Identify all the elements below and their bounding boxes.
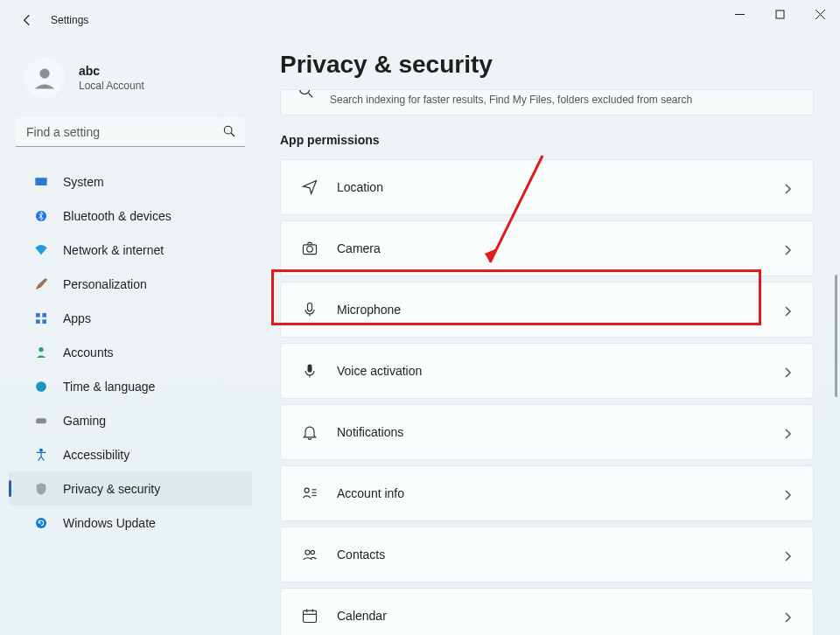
card-voice-activation[interactable]: Voice activation — [280, 343, 814, 399]
card-location[interactable]: Location — [280, 159, 814, 215]
svg-line-6 — [231, 133, 234, 136]
chevron-right-icon — [783, 549, 794, 560]
page-title: Privacy & security — [280, 51, 814, 79]
nav-list: System Bluetooth & devices Network & int… — [0, 164, 261, 540]
svg-point-31 — [311, 550, 314, 554]
card-label: Contacts — [337, 548, 385, 562]
svg-point-13 — [38, 347, 43, 352]
account-info-icon — [300, 484, 319, 503]
system-icon — [33, 174, 49, 190]
nav-item-label: System — [63, 175, 104, 189]
card-label: Location — [337, 180, 383, 194]
camera-icon — [300, 239, 319, 258]
nav-item-label: Windows Update — [63, 516, 156, 530]
nav-item-apps[interactable]: Apps — [9, 301, 252, 335]
chevron-right-icon — [783, 182, 794, 192]
account-name: abc — [79, 64, 144, 78]
location-icon — [300, 178, 319, 197]
nav-item-gaming[interactable]: Gaming — [9, 403, 252, 437]
svg-rect-7 — [35, 178, 46, 185]
chevron-right-icon — [783, 243, 794, 254]
card-label: Account info — [337, 486, 404, 500]
person-icon — [33, 345, 49, 360]
voice-icon — [300, 361, 319, 380]
svg-rect-15 — [36, 418, 46, 423]
sidebar: abc Local Account System Bluetooth & dev… — [0, 40, 261, 635]
card-contacts[interactable]: Contacts — [280, 527, 814, 583]
svg-point-21 — [307, 247, 313, 253]
nav-item-label: Time & language — [63, 380, 155, 394]
svg-point-5 — [224, 126, 232, 134]
card-microphone[interactable]: Microphone — [280, 282, 814, 338]
nav-item-label: Accounts — [63, 345, 114, 359]
svg-line-19 — [309, 94, 313, 98]
card-account-info[interactable]: Account info — [280, 465, 814, 521]
search-input[interactable] — [16, 117, 245, 147]
nav-item-label: Personalization — [63, 277, 147, 291]
card-camera[interactable]: Camera — [280, 220, 814, 276]
section-title: App permissions — [280, 133, 814, 147]
card-subtitle: Search indexing for faster results, Find… — [330, 94, 692, 106]
nav-item-bluetooth[interactable]: Bluetooth & devices — [9, 199, 252, 233]
wifi-icon — [33, 242, 49, 258]
chevron-right-icon — [783, 611, 794, 621]
back-button[interactable] — [12, 5, 42, 35]
card-notifications[interactable]: Notifications — [280, 404, 814, 460]
nav-item-privacy[interactable]: Privacy & security — [9, 471, 252, 506]
maximize-button[interactable] — [760, 0, 800, 28]
microphone-icon — [300, 300, 319, 319]
bell-icon — [300, 422, 319, 442]
chevron-right-icon — [783, 427, 794, 437]
nav-item-label: Accessibility — [63, 448, 130, 462]
card-calendar[interactable]: Calendar — [280, 588, 814, 635]
svg-point-18 — [300, 89, 310, 94]
shield-icon — [33, 481, 49, 497]
svg-point-4 — [39, 68, 49, 78]
svg-rect-32 — [304, 611, 317, 622]
contacts-icon — [300, 545, 319, 564]
nav-item-label: Gaming — [63, 414, 106, 428]
svg-point-26 — [304, 488, 309, 492]
card-label: Camera — [337, 241, 381, 255]
card-label: Voice activation — [337, 364, 422, 378]
svg-rect-1 — [776, 10, 784, 18]
minimize-button[interactable] — [719, 0, 760, 28]
chevron-right-icon — [783, 366, 794, 376]
accessibility-icon — [33, 447, 49, 463]
card-label: Microphone — [337, 303, 401, 317]
svg-rect-10 — [42, 313, 46, 318]
nav-item-accounts[interactable]: Accounts — [9, 335, 252, 369]
window-controls — [719, 0, 840, 28]
account-block[interactable]: abc Local Account — [0, 49, 261, 117]
update-icon — [33, 515, 49, 531]
gamepad-icon — [33, 413, 49, 429]
close-button[interactable] — [800, 0, 840, 28]
nav-item-network[interactable]: Network & internet — [9, 233, 252, 267]
account-subtitle: Local Account — [79, 80, 144, 92]
clock-icon — [33, 379, 49, 394]
svg-point-16 — [40, 449, 43, 451]
window-title: Settings — [51, 14, 88, 26]
nav-item-system[interactable]: System — [9, 164, 252, 199]
chevron-right-icon — [783, 488, 794, 499]
bluetooth-icon — [33, 208, 49, 224]
card-label: Calendar — [337, 609, 387, 623]
calendar-icon — [300, 606, 319, 625]
nav-item-personalization[interactable]: Personalization — [9, 267, 252, 301]
svg-rect-22 — [308, 304, 312, 311]
brush-icon — [33, 276, 49, 292]
nav-item-time[interactable]: Time & language — [9, 369, 252, 403]
card-searching-windows[interactable]: Search indexing for faster results, Find… — [280, 89, 814, 115]
search-icon — [222, 124, 236, 138]
svg-rect-24 — [308, 365, 312, 373]
nav-item-label: Bluetooth & devices — [63, 209, 172, 223]
card-label: Notifications — [337, 425, 403, 439]
svg-point-30 — [305, 550, 310, 555]
svg-rect-12 — [42, 319, 46, 324]
chevron-right-icon — [783, 304, 794, 315]
avatar — [24, 58, 65, 98]
nav-item-update[interactable]: Windows Update — [9, 506, 252, 540]
svg-rect-9 — [36, 313, 40, 318]
nav-item-accessibility[interactable]: Accessibility — [9, 437, 252, 471]
scrollbar-thumb[interactable] — [835, 275, 837, 397]
